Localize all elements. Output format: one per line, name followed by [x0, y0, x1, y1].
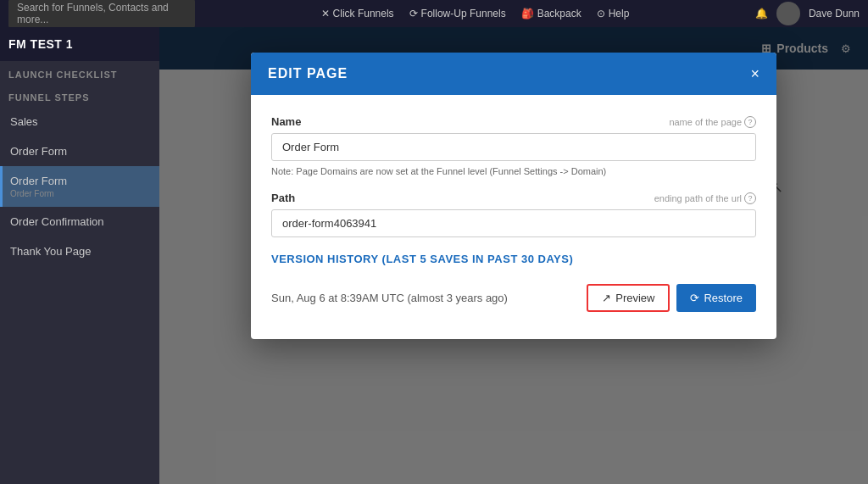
modal-header: EDIT PAGE ×: [251, 53, 776, 95]
preview-button[interactable]: ↗ Preview: [587, 284, 670, 312]
search-placeholder: Search for Funnels, Contacts and more...: [17, 2, 169, 25]
main-layout: FM TEST 1 LAUNCH CHECKLIST FUNNEL STEPS …: [0, 27, 868, 484]
nav-item-help[interactable]: ⊙ Help: [597, 8, 630, 19]
sidebar-item-sales[interactable]: Sales: [0, 107, 159, 136]
restore-button[interactable]: ⟳ Restore: [676, 284, 756, 312]
restore-icon: ⟳: [690, 292, 699, 304]
name-hint: name of the page ?: [669, 116, 756, 128]
name-form-group: Name name of the page ? Note: Page Domai…: [271, 115, 756, 176]
version-history-section: VERSION HISTORY (LAST 5 SAVES IN PAST 30…: [271, 253, 756, 319]
nav-items: ✕ Click Funnels ⟳ Follow-Up Funnels 🎒 Ba…: [212, 8, 738, 19]
search-bar[interactable]: Search for Funnels, Contacts and more...: [8, 0, 195, 28]
avatar[interactable]: [776, 2, 800, 25]
follow-up-icon: ⟳: [409, 8, 418, 19]
name-label-row: Name name of the page ?: [271, 115, 756, 128]
nav-item-followup[interactable]: ⟳ Follow-Up Funnels: [409, 8, 506, 19]
path-label: Path: [271, 192, 295, 204]
path-label-row: Path ending path of the url ?: [271, 192, 756, 204]
edit-page-modal: EDIT PAGE × Name name of the page ?: [251, 53, 776, 339]
top-nav: Search for Funnels, Contacts and more...…: [0, 0, 868, 27]
bell-icon[interactable]: 🔔: [755, 8, 768, 19]
sidebar-item-order-confirmation[interactable]: Order Confirmation: [0, 207, 159, 236]
path-hint: ending path of the url ?: [654, 192, 756, 204]
preview-icon: ↗: [602, 292, 611, 304]
user-name: Dave Dunn: [809, 8, 860, 19]
version-history-title: VERSION HISTORY (LAST 5 SAVES IN PAST 30…: [271, 253, 756, 265]
version-actions: ↗ Preview ⟳ Restore: [587, 284, 756, 312]
sidebar-item-order-form-1[interactable]: Order Form: [0, 136, 159, 166]
app-title: FM TEST 1: [0, 27, 159, 61]
sidebar-item-order-form-active[interactable]: Order Form Order Form: [0, 166, 159, 207]
modal-body: Name name of the page ? Note: Page Domai…: [251, 95, 776, 339]
path-info-icon[interactable]: ?: [744, 192, 756, 204]
path-input[interactable]: [271, 209, 756, 237]
sidebar: FM TEST 1 LAUNCH CHECKLIST FUNNEL STEPS …: [0, 27, 159, 484]
modal-close-button[interactable]: ×: [750, 66, 760, 81]
name-info-icon[interactable]: ?: [744, 116, 756, 128]
modal-overlay: EDIT PAGE × Name name of the page ?: [159, 27, 868, 484]
modal-title: EDIT PAGE: [268, 66, 348, 81]
click-funnels-icon: ✕: [321, 8, 330, 19]
backpack-icon: 🎒: [521, 8, 534, 19]
top-nav-right: 🔔 Dave Dunn: [755, 2, 860, 25]
name-input[interactable]: [271, 133, 756, 161]
name-note: Note: Page Domains are now set at the Fu…: [271, 166, 756, 176]
nav-item-clickfunnels[interactable]: ✕ Click Funnels: [321, 8, 394, 19]
name-label: Name: [271, 115, 301, 128]
version-row: Sun, Aug 6 at 8:39AM UTC (almost 3 years…: [271, 277, 756, 319]
nav-item-backpack[interactable]: 🎒 Backpack: [521, 8, 581, 19]
funnel-steps-label: FUNNEL STEPS: [0, 84, 159, 107]
version-date: Sun, Aug 6 at 8:39AM UTC (almost 3 years…: [271, 292, 508, 304]
help-icon: ⊙: [597, 8, 605, 19]
launch-checklist-label: LAUNCH CHECKLIST: [0, 61, 159, 84]
content-area: ⊞ Products ⚙ ↖ EDIT PAGE ×: [159, 27, 868, 484]
path-form-group: Path ending path of the url ?: [271, 192, 756, 237]
sidebar-item-thank-you[interactable]: Thank You Page: [0, 236, 159, 266]
